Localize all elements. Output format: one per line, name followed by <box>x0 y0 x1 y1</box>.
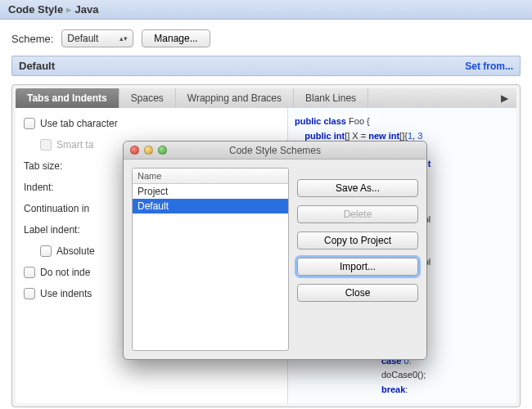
breadcrumb: Code Style ▸ Java <box>0 0 532 20</box>
list-item-project[interactable]: Project <box>133 184 288 199</box>
use-tab-checkbox[interactable] <box>24 118 35 129</box>
list-header-name[interactable]: Name <box>133 169 288 184</box>
continuation-label: Continuation in <box>24 203 89 214</box>
use-indents-label: Use indents <box>40 288 92 299</box>
scheme-selected: Default <box>67 33 98 44</box>
save-as-button[interactable]: Save As... <box>297 179 418 197</box>
dialog-body: Name Project Default Save As... Delete C… <box>124 160 426 359</box>
tab-size-label: Tab size: <box>24 160 62 172</box>
absolute-checkbox[interactable] <box>40 245 52 257</box>
code-style-schemes-dialog: Code Style Schemes Name Project Default … <box>123 141 427 360</box>
list-item-default[interactable]: Default <box>133 199 288 213</box>
tab-bar: Tabs and Indents Spaces Wrapping and Bra… <box>16 88 516 108</box>
import-button[interactable]: Import... <box>297 258 418 276</box>
scheme-label: Scheme: <box>11 33 53 45</box>
tab-blank-lines[interactable]: Blank Lines <box>294 88 368 108</box>
indent-label: Indent: <box>24 182 54 193</box>
close-button[interactable]: Close <box>297 284 418 302</box>
dialog-title: Code Style Schemes <box>124 145 426 156</box>
breadcrumb-current: Java <box>74 3 98 16</box>
breadcrumb-parent[interactable]: Code Style <box>8 3 63 16</box>
smart-tabs-label: Smart ta <box>56 139 93 151</box>
dialog-buttons: Save As... Delete Copy to Project Import… <box>297 168 418 351</box>
tab-tabs-indents[interactable]: Tabs and Indents <box>16 88 119 108</box>
absolute-label: Absolute <box>56 245 95 257</box>
do-not-indent-label: Do not inde <box>40 267 90 278</box>
label-indent-label: Label indent: <box>24 224 80 236</box>
use-tab-label: Use tab character <box>40 118 118 129</box>
set-from-link[interactable]: Set from... <box>465 61 513 72</box>
delete-button: Delete <box>297 205 418 223</box>
tab-spaces[interactable]: Spaces <box>119 88 176 108</box>
scheme-list: Name Project Default <box>132 168 289 351</box>
section-title: Default <box>19 60 55 72</box>
chevron-updown-icon: ▴▾ <box>119 34 128 43</box>
dialog-titlebar[interactable]: Code Style Schemes <box>124 142 426 160</box>
tab-overflow-icon[interactable]: ▶ <box>493 88 516 108</box>
use-indents-checkbox[interactable] <box>24 288 35 299</box>
smart-tabs-checkbox <box>40 139 52 151</box>
chevron-right-icon: ▸ <box>66 3 75 16</box>
section-header: Default Set from... <box>11 56 521 76</box>
copy-to-project-button[interactable]: Copy to Project <box>297 231 418 249</box>
manage-button[interactable]: Manage... <box>142 29 210 47</box>
scheme-select[interactable]: Default ▴▾ <box>61 29 133 47</box>
scheme-row: Scheme: Default ▴▾ Manage... <box>11 29 521 47</box>
tab-wrapping[interactable]: Wrapping and Braces <box>176 88 294 108</box>
do-not-indent-checkbox[interactable] <box>24 267 35 278</box>
